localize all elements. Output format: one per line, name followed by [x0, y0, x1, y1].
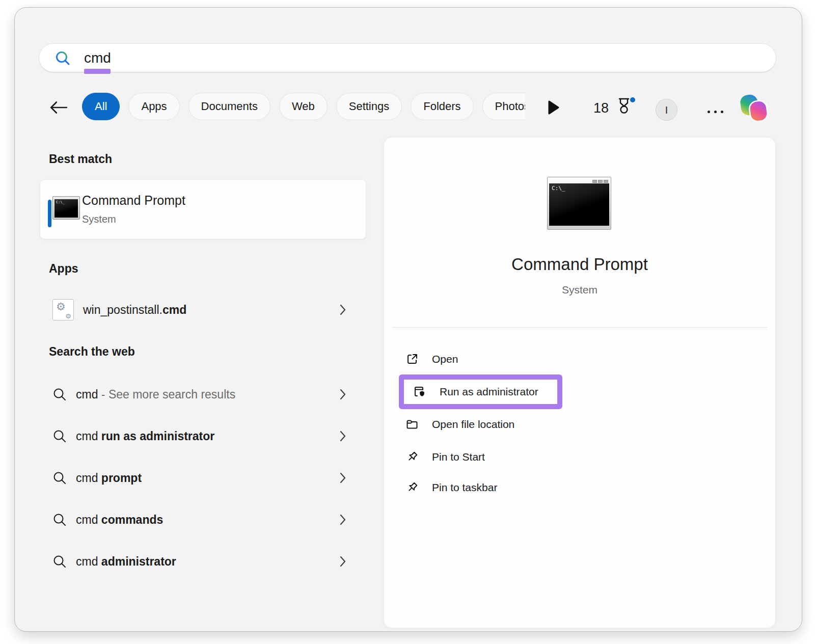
chevron-right-icon[interactable] — [339, 514, 346, 526]
suggestion-label: cmd commands — [76, 513, 163, 527]
action-pin-to-taskbar[interactable]: Pin to taskbar — [405, 478, 497, 497]
user-avatar[interactable]: I — [656, 99, 677, 121]
back-button[interactable] — [48, 99, 69, 116]
rewards-points: 18 — [593, 100, 609, 116]
divider — [392, 327, 767, 328]
chevron-right-icon[interactable] — [339, 472, 346, 484]
chevron-right-icon[interactable] — [339, 388, 346, 400]
tab-photos[interactable]: Photos — [482, 93, 525, 120]
best-match-title: Command Prompt — [82, 193, 185, 208]
search-suggestion-icon — [52, 513, 67, 527]
selection-accent-bar — [48, 200, 51, 227]
rewards-notification-dot — [630, 97, 635, 102]
action-open-file-location[interactable]: Open file location — [405, 415, 514, 434]
tab-folders[interactable]: Folders — [411, 93, 473, 120]
query-underline — [84, 69, 111, 74]
filter-tabs: All Apps Documents Web Settings Folders … — [82, 93, 525, 120]
suggestion-label: cmd prompt — [76, 471, 142, 485]
more-options-icon[interactable] — [708, 111, 723, 113]
search-icon — [55, 50, 71, 66]
search-suggestion-icon — [52, 471, 67, 485]
open-external-icon — [405, 353, 419, 366]
window-shield-icon — [413, 385, 426, 398]
web-suggestion-see-more[interactable]: cmd - See more search results — [40, 380, 366, 409]
terminal-titlebar-controls — [549, 179, 609, 183]
screen: cmd All Apps Documents Web Settings Fold… — [0, 0, 815, 644]
web-suggestion-commands[interactable]: cmd commands — [40, 505, 366, 534]
web-suggestion-administrator[interactable]: cmd administrator — [40, 547, 366, 576]
best-match-item[interactable]: C:\_ Command Prompt System — [40, 180, 366, 239]
copilot-icon[interactable] — [739, 94, 769, 122]
command-prompt-icon-large: C:\_ — [547, 177, 611, 230]
suggestion-label: cmd - See more search results — [76, 388, 235, 401]
tab-settings[interactable]: Settings — [336, 93, 402, 120]
pin-icon — [405, 481, 419, 494]
search-input[interactable]: cmd — [39, 43, 776, 72]
tab-apps[interactable]: Apps — [128, 93, 179, 120]
search-suggestion-icon — [52, 554, 67, 569]
more-filters-icon[interactable] — [548, 100, 560, 115]
app-result-win-postinstall[interactable]: ⚙ ⚙ win_postinstall.cmd — [40, 293, 366, 326]
chevron-right-icon[interactable] — [339, 555, 346, 568]
suggestion-label: cmd administrator — [76, 555, 176, 569]
batch-file-icon: ⚙ ⚙ — [52, 299, 74, 320]
preview-subtitle: System — [384, 284, 775, 296]
suggestion-label: cmd run as administrator — [76, 430, 214, 443]
folder-icon — [405, 418, 419, 431]
action-run-as-administrator[interactable]: Run as administrator — [404, 380, 557, 404]
search-suggestion-icon — [52, 387, 67, 401]
windows-search-flyout: cmd All Apps Documents Web Settings Fold… — [14, 7, 802, 632]
action-pin-to-start[interactable]: Pin to Start — [405, 448, 485, 466]
preview-title: Command Prompt — [384, 255, 775, 274]
pin-icon — [405, 450, 419, 464]
action-open[interactable]: Open — [405, 350, 458, 368]
chevron-right-icon[interactable] — [339, 304, 346, 316]
app-result-label: win_postinstall.cmd — [83, 303, 186, 317]
tab-web[interactable]: Web — [279, 93, 328, 120]
command-prompt-icon: C:\_ — [52, 196, 80, 220]
tab-documents[interactable]: Documents — [188, 93, 270, 120]
tab-all[interactable]: All — [82, 93, 120, 120]
tab-photos-clipped: Photos — [482, 93, 525, 120]
best-match-subtitle: System — [82, 213, 116, 225]
preview-panel: C:\_ Command Prompt System Open — [384, 137, 776, 628]
chevron-right-icon[interactable] — [339, 430, 346, 442]
web-suggestion-prompt[interactable]: cmd prompt — [40, 464, 366, 492]
web-suggestion-run-as-administrator[interactable]: cmd run as administrator — [40, 422, 366, 450]
apps-header: Apps — [49, 262, 78, 276]
avatar-initial: I — [665, 104, 668, 116]
search-query-text: cmd — [84, 50, 111, 66]
search-web-header: Search the web — [49, 345, 135, 359]
run-as-administrator-highlight: Run as administrator — [399, 374, 562, 409]
best-match-header: Best match — [49, 152, 112, 166]
search-suggestion-icon — [52, 429, 67, 443]
